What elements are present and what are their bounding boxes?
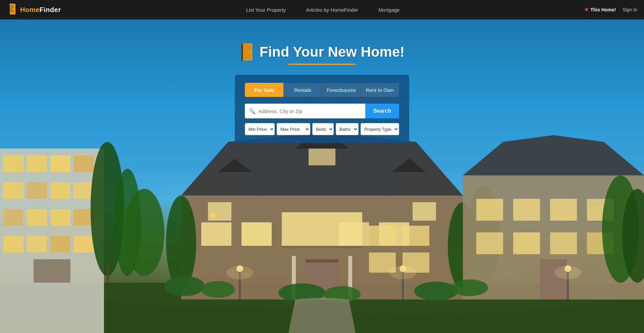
search-bar: 🔍 Search: [245, 104, 399, 118]
svg-rect-83: [9, 4, 10, 16]
hero-underline: [288, 64, 356, 65]
baths-select[interactable]: Baths 1+ 2+ 3+ 4+: [336, 123, 359, 135]
navbar: HomeFinder List Your Property Articles b…: [0, 0, 644, 19]
svg-point-82: [13, 8, 14, 10]
filters-row: Min Price $50,000 $100,000 $150,000 $200…: [245, 123, 399, 135]
search-button[interactable]: Search: [365, 104, 399, 118]
heart-icon: ♥: [585, 6, 588, 13]
sign-in-link[interactable]: Sign In: [623, 7, 637, 12]
this-home-button[interactable]: ♥ This Home!: [585, 6, 616, 13]
tab-for-sale[interactable]: For Sale: [245, 83, 283, 97]
brand-icon: [7, 3, 17, 16]
tab-rent-to-own[interactable]: Rent to Own: [361, 83, 399, 97]
hero-title-row: Find Your New Home!: [239, 43, 405, 61]
search-input-wrapper: 🔍: [245, 104, 365, 118]
search-container: For Sale Rentals Foreclosures Rent to Ow…: [235, 75, 409, 143]
brand-name: HomeFinder: [20, 6, 61, 14]
search-icon: 🔍: [249, 108, 256, 114]
tab-foreclosures[interactable]: Foreclosures: [322, 83, 361, 97]
nav-list-property[interactable]: List Your Property: [236, 0, 296, 19]
svg-point-87: [249, 52, 250, 53]
max-price-select[interactable]: Max Price $100,000 $200,000 $300,000 $40…: [277, 123, 310, 135]
search-input[interactable]: [258, 104, 361, 118]
hero-section: Find Your New Home! For Sale Rentals For…: [0, 19, 644, 143]
door-icon: [239, 43, 254, 61]
navbar-links: List Your Property Articles by HomeFinde…: [61, 0, 585, 19]
tab-rentals[interactable]: Rentals: [283, 83, 322, 97]
min-price-select[interactable]: Min Price $50,000 $100,000 $150,000 $200…: [245, 123, 275, 135]
property-type-select[interactable]: Property Type House Condo Townhouse Mult…: [361, 123, 399, 135]
brand-logo[interactable]: HomeFinder: [7, 3, 61, 16]
hero-title: Find Your New Home!: [260, 44, 405, 60]
search-tabs: For Sale Rentals Foreclosures Rent to Ow…: [245, 83, 399, 97]
nav-mortgage[interactable]: Mortgage: [368, 0, 410, 19]
navbar-right: ♥ This Home! Sign In: [585, 6, 637, 13]
nav-articles[interactable]: Articles by HomeFinder: [296, 0, 368, 19]
svg-rect-88: [241, 44, 243, 61]
beds-select[interactable]: Beds 1+ 2+ 3+ 4+ 5+: [312, 123, 334, 135]
